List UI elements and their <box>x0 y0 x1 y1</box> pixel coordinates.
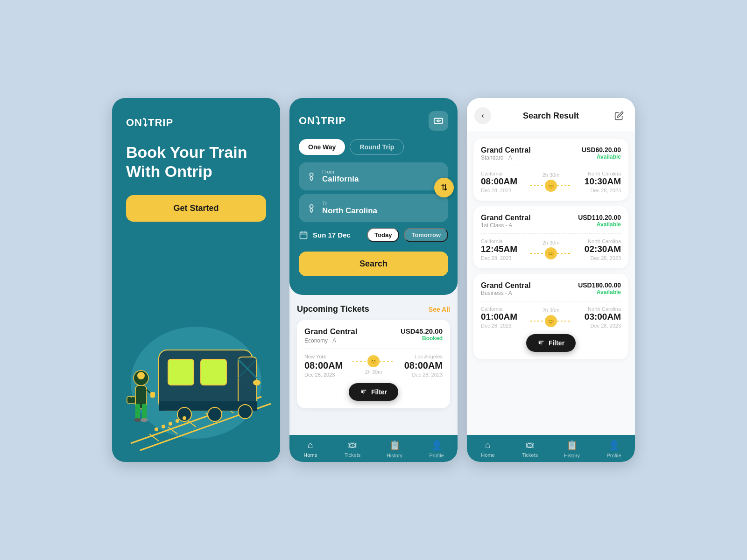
s3-home-icon: ⌂ <box>485 440 491 450</box>
see-all-link[interactable]: See All <box>429 306 450 313</box>
to-label: To <box>322 201 377 206</box>
r1-track: 😊 <box>530 180 572 192</box>
edit-button[interactable] <box>611 107 627 124</box>
svg-point-47 <box>361 392 363 393</box>
screen-splash: ON⤵TRIP Book Your Train With Ontrip Get … <box>112 98 280 462</box>
result-1-status: Available <box>582 154 621 160</box>
result-card-1[interactable]: Grand Central Standard - A USD60.20.00 A… <box>473 139 628 201</box>
result-3-divider <box>481 301 621 301</box>
r3-dot-left <box>530 321 545 322</box>
r1-to-city: North Carolina <box>572 171 621 176</box>
svg-point-29 <box>134 418 141 422</box>
result-card-2-top: Grand Central 1st Class - A USD110.20.00… <box>481 214 621 229</box>
svg-point-34 <box>176 419 179 423</box>
s2-nav-home[interactable]: ⌂ Home <box>289 440 331 458</box>
result-card-1-top: Grand Central Standard - A USD60.20.00 A… <box>481 146 621 161</box>
from-date: Dec 28, 2023 <box>304 372 352 378</box>
result-2-name: Grand Central <box>481 214 531 222</box>
r2-duration: 2h 30m <box>543 240 560 245</box>
result-2-class: 1st Class - A <box>481 222 531 229</box>
r1-duration: 2h 30m <box>543 172 560 178</box>
result-3-price: USD180.00.00 <box>578 281 621 289</box>
filter-button-s2[interactable]: Filter <box>349 383 398 401</box>
r1-dot-right <box>557 185 572 186</box>
result-1-route: California 08:00AM Dec 28, 2023 2h 30m 😊 <box>481 171 621 193</box>
s3-nav-tickets[interactable]: 🎟 Tickets <box>509 440 551 458</box>
from-label: From <box>322 169 359 175</box>
r2-to-time: 02:30AM <box>572 244 621 254</box>
s2-nav-tickets[interactable]: 🎟 Tickets <box>331 440 374 458</box>
date-row: Sun 17 Dec Today Tomorrow <box>299 228 448 242</box>
r2-from-time: 12:45AM <box>481 244 530 254</box>
dot-line-left <box>352 361 367 362</box>
ticket-status: Booked <box>401 335 443 342</box>
one-way-button[interactable]: One Way <box>299 139 345 155</box>
splash-illustration <box>112 266 280 462</box>
tomorrow-button[interactable]: Tomorrow <box>404 228 448 242</box>
s2-nav-profile[interactable]: 👤 Profile <box>416 440 458 458</box>
s3-tickets-icon: 🎟 <box>525 440 535 450</box>
upcoming-title: Upcoming Tickets <box>297 304 369 314</box>
logo: ON⤵TRIP <box>126 117 266 129</box>
tickets-label: Tickets <box>345 452 360 458</box>
svg-point-39 <box>310 205 313 208</box>
result-3-route: California 01:00AM Dec 28, 2023 2h 30m 😊 <box>481 306 621 329</box>
swap-button[interactable]: ⇅ <box>434 178 454 197</box>
to-value: North Carolina <box>322 206 377 215</box>
s3-home-label: Home <box>481 452 494 458</box>
svg-point-37 <box>437 120 439 122</box>
svg-point-21 <box>137 372 145 379</box>
r1-person-icon: 😊 <box>545 180 557 192</box>
ticket-icon-button[interactable] <box>429 111 448 131</box>
r3-from-date: Dec 28, 2023 <box>481 323 530 329</box>
result-1-to: North Carolina 10:30AM Dec 28, 2023 <box>572 171 621 193</box>
profile-icon: 👤 <box>431 440 443 451</box>
result-2-to: North Carolina 02:30AM Dec 28, 2023 <box>572 238 621 261</box>
s3-nav-home[interactable]: ⌂ Home <box>467 440 509 458</box>
svg-rect-10 <box>238 357 257 404</box>
round-trip-button[interactable]: Round Trip <box>350 139 404 155</box>
r3-from-city: California <box>481 306 530 312</box>
from-field[interactable]: From California ⇅ <box>299 162 448 190</box>
r2-from-date: Dec 28, 2023 <box>481 255 530 261</box>
filter-button-s3[interactable]: Filter <box>526 334 576 352</box>
s3-nav-history[interactable]: 📋 History <box>551 440 593 458</box>
get-started-button[interactable]: Get Started <box>126 195 266 222</box>
to-time: 08:00AM <box>395 360 443 371</box>
svg-rect-28 <box>150 392 155 398</box>
history-icon: 📋 <box>389 440 401 451</box>
s3-history-label: History <box>564 453 580 458</box>
home-label: Home <box>303 452 317 458</box>
r2-to-date: Dec 28, 2023 <box>572 255 621 261</box>
home-icon: ⌂ <box>308 440 313 450</box>
s3-profile-icon: 👤 <box>608 440 620 451</box>
back-button[interactable]: ‹ <box>474 107 491 124</box>
today-button[interactable]: Today <box>367 228 399 242</box>
result-1-divider <box>481 166 621 166</box>
svg-point-19 <box>253 380 261 385</box>
ticket-card[interactable]: Grand Central Economy - A USD45.20.00 Bo… <box>297 320 450 408</box>
s3-nav-profile[interactable]: 👤 Profile <box>593 440 635 458</box>
from-value: California <box>322 175 359 183</box>
r3-to-city: North Carolina <box>572 306 621 312</box>
from-time: 08:00AM <box>304 360 352 371</box>
result-card-3[interactable]: Grand Central Business - A USD180.00.00 … <box>473 274 628 359</box>
result-2-from: California 12:45AM Dec 28, 2023 <box>481 238 530 261</box>
results-title: Search Result <box>523 111 579 121</box>
splash-title: Book Your Train With Ontrip <box>126 143 266 181</box>
ticket-card-top: Grand Central Economy - A USD45.20.00 Bo… <box>304 327 443 344</box>
result-3-to: North Carolina 03:00AM Dec 28, 2023 <box>572 306 621 329</box>
search-button[interactable]: Search <box>299 252 448 276</box>
result-3-class: Business - A <box>481 290 531 296</box>
r3-to-time: 03:00AM <box>572 312 621 322</box>
to-field[interactable]: To North Carolina <box>299 194 448 222</box>
s3-profile-label: Profile <box>606 453 621 458</box>
result-1-class: Standard - A <box>481 154 531 161</box>
result-1-mid: 2h 30m 😊 <box>530 172 572 192</box>
from-point: New York 08:00AM Dec 28, 2023 <box>304 354 352 378</box>
r3-dot-right <box>557 321 572 322</box>
result-card-2[interactable]: Grand Central 1st Class - A USD110.20.00… <box>473 206 628 268</box>
svg-rect-40 <box>300 232 307 238</box>
s2-nav-history[interactable]: 📋 History <box>374 440 416 458</box>
svg-point-31 <box>155 427 158 431</box>
